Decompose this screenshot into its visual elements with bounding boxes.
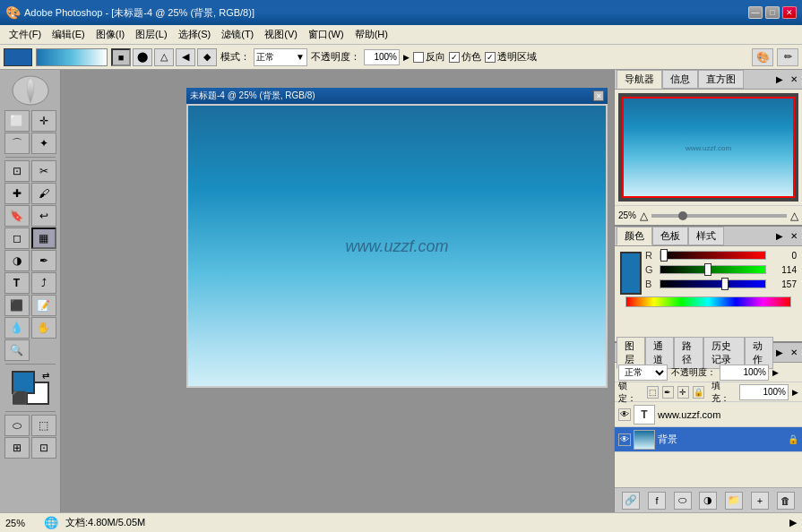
layer-eye-text[interactable]: 👁 [618, 408, 631, 421]
tool-screenmode[interactable]: ⬚ [31, 415, 56, 436]
tool-extra1[interactable]: ⊞ [4, 437, 30, 459]
layers-menu-icon[interactable]: ▶ [773, 347, 786, 359]
layers-close-icon[interactable]: ✕ [788, 347, 800, 359]
layer-mask-button[interactable]: ⬭ [674, 492, 692, 510]
maximize-button[interactable]: □ [765, 6, 780, 19]
g-slider-track[interactable] [660, 265, 766, 274]
layer-eye-bg[interactable]: 👁 [618, 433, 631, 446]
tool-dodge[interactable]: ◑ [4, 250, 30, 271]
tool-marquee[interactable]: ⬜ [4, 110, 30, 132]
canvas-content[interactable]: www.uzzf.com [186, 104, 608, 388]
gradient-preview[interactable] [36, 48, 108, 66]
layer-group-button[interactable]: 📁 [725, 492, 743, 510]
tool-slice[interactable]: ✂ [31, 160, 56, 182]
menu-item-help[interactable]: 帮助(H) [349, 26, 393, 43]
shape-diamond[interactable]: ◆ [197, 48, 217, 66]
opacity-arrow[interactable]: ▶ [772, 368, 779, 377]
reset-colors-icon[interactable]: ⬛ [12, 390, 27, 405]
menu-item-layer[interactable]: 图层(L) [130, 26, 172, 43]
swap-colors-icon[interactable]: ⇄ [42, 371, 49, 381]
r-slider-thumb[interactable] [660, 249, 668, 262]
tab-swatches[interactable]: 色板 [652, 227, 688, 245]
status-earth-icon[interactable]: 🌐 [44, 516, 58, 529]
menu-item-edit[interactable]: 编辑(E) [47, 26, 91, 43]
close-button[interactable]: ✕ [782, 6, 797, 19]
canvas-close[interactable]: ✕ [593, 90, 604, 101]
tool-path-select[interactable]: ⤴ [31, 272, 56, 294]
lock-all-icon[interactable]: 🔒 [693, 386, 704, 399]
layer-delete-button[interactable]: 🗑 [777, 492, 795, 510]
shape-radial[interactable]: ⬤ [133, 48, 152, 66]
menu-item-image[interactable]: 图像(I) [91, 26, 130, 43]
tool-type[interactable]: T [4, 272, 30, 294]
menu-item-select[interactable]: 选择(S) [173, 26, 217, 43]
layer-new-button[interactable]: + [751, 492, 769, 510]
layer-item-text[interactable]: 👁 T www.uzzf.com [615, 402, 802, 427]
tab-info[interactable]: 信息 [662, 70, 698, 89]
foreground-swatch[interactable] [4, 48, 32, 66]
lock-paint-icon[interactable]: ✒ [662, 386, 674, 399]
tool-quickmask[interactable]: ⬭ [4, 415, 30, 436]
tool-zoom[interactable]: 🔍 [4, 339, 30, 361]
color-close-icon[interactable]: ✕ [788, 230, 800, 243]
color-spectrum[interactable] [625, 296, 791, 307]
g-slider-thumb[interactable] [704, 263, 711, 276]
reverse-checkbox[interactable]: 反向 [413, 50, 445, 64]
color-swatch-display[interactable] [620, 252, 642, 295]
layer-adjustment-button[interactable]: ◑ [699, 492, 717, 510]
palette-icon[interactable]: 🎨 [752, 48, 773, 66]
navigator-menu-icon[interactable]: ▶ [773, 73, 786, 86]
tool-move[interactable]: ✛ [31, 110, 56, 132]
mode-dropdown[interactable]: 正常 ▼ [254, 48, 307, 66]
r-slider-track[interactable] [660, 251, 766, 260]
b-slider-thumb[interactable] [721, 278, 729, 290]
status-arrow-icon[interactable]: ▶ [789, 517, 797, 528]
tab-navigator[interactable]: 导航器 [617, 70, 662, 89]
nav-zoom-out[interactable]: △ [640, 210, 648, 222]
opacity-input[interactable] [364, 49, 400, 65]
b-slider-track[interactable] [660, 279, 766, 288]
tool-lasso[interactable]: ⌒ [4, 133, 30, 154]
tool-eraser[interactable]: ◻ [4, 227, 30, 249]
menu-item-file[interactable]: 文件(F) [4, 26, 47, 43]
layer-link-button[interactable]: 🔗 [622, 492, 640, 510]
paint-icon[interactable]: ✏ [777, 48, 798, 66]
tool-crop[interactable]: ⊡ [4, 160, 30, 182]
nav-zoom-in[interactable]: △ [790, 210, 798, 222]
tool-magic-wand[interactable]: ✦ [31, 133, 56, 154]
blend-mode-dropdown[interactable]: 正常 [618, 365, 668, 381]
lock-transparent-icon[interactable]: ⬚ [647, 386, 659, 399]
fill-value-input[interactable] [739, 384, 789, 400]
layer-item-bg[interactable]: 👁 背景 🔒 [615, 427, 802, 452]
transparency-checkbox[interactable]: 透明区域 [485, 50, 537, 64]
minimize-button[interactable]: — [748, 6, 763, 19]
color-menu-icon[interactable]: ▶ [773, 230, 786, 243]
shape-angle[interactable]: △ [154, 48, 174, 66]
dither-checkbox[interactable]: 仿色 [449, 50, 481, 64]
fill-arrow[interactable]: ▶ [792, 388, 798, 397]
tab-styles[interactable]: 样式 [688, 227, 724, 245]
shape-reflected[interactable]: ◀ [176, 48, 195, 66]
menu-item-window[interactable]: 窗口(W) [303, 26, 349, 43]
tool-stamp[interactable]: 🔖 [4, 205, 30, 227]
tool-hand[interactable]: ✋ [31, 317, 56, 339]
menu-item-filter[interactable]: 滤镜(T) [216, 26, 259, 43]
menu-item-view[interactable]: 视图(V) [259, 26, 303, 43]
nav-slider[interactable] [651, 214, 787, 218]
layer-style-button[interactable]: f [648, 492, 666, 510]
opacity-value-input[interactable] [720, 365, 769, 381]
tool-extra2[interactable]: ⊡ [31, 437, 56, 459]
tool-notes[interactable]: 📝 [31, 295, 56, 316]
tab-color[interactable]: 颜色 [617, 227, 652, 245]
tool-gradient[interactable]: ▦ [31, 227, 56, 249]
opacity-arrow[interactable]: ▶ [403, 53, 410, 62]
tool-heal[interactable]: ✚ [4, 183, 30, 204]
shape-linear[interactable]: ■ [111, 48, 131, 66]
tool-eyedropper[interactable]: 💧 [4, 317, 30, 339]
nav-slider-thumb[interactable] [678, 211, 687, 220]
tool-shape[interactable]: ⬛ [4, 295, 30, 316]
lock-move-icon[interactable]: ✛ [677, 386, 689, 399]
navigator-close-icon[interactable]: ✕ [788, 73, 800, 86]
tab-histogram[interactable]: 直方图 [698, 70, 744, 89]
tool-pen[interactable]: ✒ [31, 250, 56, 271]
